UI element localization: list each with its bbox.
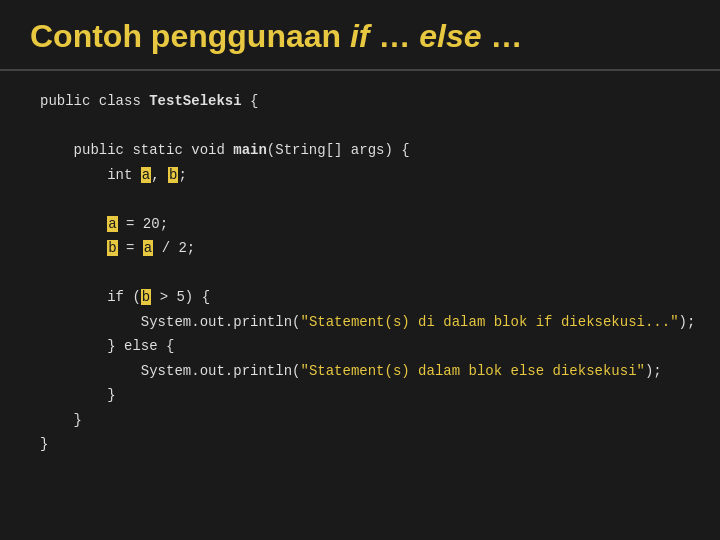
title-plain: Contoh penggunaan [30,18,350,54]
code-line-11: } else { [40,334,680,359]
code-line-6: a = 20; [40,212,680,237]
code-line-7: b = a / 2; [40,236,680,261]
code-line-14: } [40,408,680,433]
code-line-15: } [40,432,680,457]
title-if: if [350,18,370,54]
code-line-3: public static void main(String[] args) { [40,138,680,163]
title-ellipsis2: … [482,18,523,54]
slide-title: Contoh penggunaan if … else … [30,18,522,54]
title-ellipsis1: … [370,18,420,54]
title-else: else [419,18,481,54]
code-line-8 [40,261,680,286]
code-line-10: System.out.println("Statement(s) di dala… [40,310,680,335]
code-line-2 [40,114,680,139]
code-block: public class TestSeleksi { public static… [0,71,720,475]
code-line-5 [40,187,680,212]
code-line-13: } [40,383,680,408]
code-line-4: int a, b; [40,163,680,188]
slide-header: Contoh penggunaan if … else … [0,0,720,71]
code-line-12: System.out.println("Statement(s) dalam b… [40,359,680,384]
code-line-9: if (b > 5) { [40,285,680,310]
code-line-1: public class TestSeleksi { [40,89,680,114]
